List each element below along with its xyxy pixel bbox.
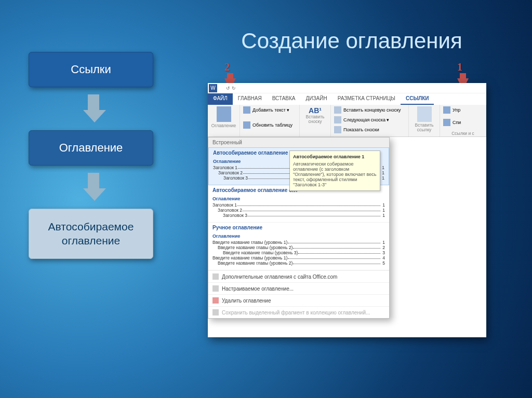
tab-design[interactable]: ДИЗАЙН [301,93,332,105]
ribbon-group-footnote-ops: Вставить концевую сноску Следующая сноск… [331,105,409,136]
flow-box-auto-toc: Автособираемое оглавление [29,209,153,259]
citation-icon [417,106,432,122]
gallery-remove-toc[interactable]: Удалить оглавление [208,294,389,306]
ribbon-group-citation: Вставить ссылку [409,105,440,136]
gallery-item-manual[interactable]: Ручное оглавление Оглавление Введите наз… [208,223,389,270]
style-button[interactable]: Спи [443,119,483,126]
slide-title: Создание оглавления [197,29,506,53]
endnote-icon [334,106,341,114]
next-note-icon [334,116,341,123]
arrow-down-icon [83,94,104,123]
tab-layout[interactable]: РАЗМЕТКА СТРАНИЦЫ [332,93,401,105]
gallery-more-office[interactable]: Дополнительные оглавления с сайта Office… [208,270,389,282]
insert-footnote-button[interactable]: AB¹ Вставить сноску [303,106,327,125]
ab-icon: AB¹ [303,106,327,115]
manage-sources-button[interactable]: Упр [443,106,483,114]
toc-icon [217,106,231,122]
insert-endnote-button[interactable]: Вставить концевую сноску [334,106,405,114]
update-icon [243,121,250,129]
flow-diagram: Ссылки Оглавление Автособираемое оглавле… [29,52,158,259]
remove-icon [212,297,219,304]
ribbon: Оглавление Добавить текст ▾ Обновить таб… [208,105,486,137]
gallery-save-selection: Сохранить выделенный фрагмент в коллекци… [208,306,389,318]
manage-icon [443,106,450,114]
word-screenshot: W ↺ ↻ ФАЙЛ ГЛАВНАЯ ВСТАВКА ДИЗАЙН РАЗМЕТ… [208,83,486,337]
ribbon-group-links: Упр Спи Ссылки и с [440,105,486,136]
toc-button[interactable]: Оглавление [211,106,236,128]
gallery-item-auto1[interactable]: Автособираемое оглавление 1 Оглавление З… [208,147,389,185]
tab-references[interactable]: ССЫЛКИ [401,93,434,105]
qat[interactable]: ↺ ↻ [226,86,236,91]
insert-link-button[interactable]: Вставить ссылку [412,106,436,133]
ribbon-tabs: ФАЙЛ ГЛАВНАЯ ВСТАВКА ДИЗАЙН РАЗМЕТКА СТР… [208,93,486,105]
save-icon [212,309,219,315]
flow-box-toc: Оглавление [29,130,153,166]
word-app-icon: W [209,84,217,92]
document-area [390,137,486,337]
add-text-button[interactable]: Добавить текст ▾ [243,106,296,114]
tab-home[interactable]: ГЛАВНАЯ [233,93,267,105]
office-icon [212,273,219,280]
toc-gallery: Встроенный Автособираемое оглавление 1 О… [208,137,390,319]
update-table-button[interactable]: Обновить таблицу [243,121,296,129]
next-footnote-button[interactable]: Следующая сноска ▾ [334,116,405,123]
tab-file[interactable]: ФАЙЛ [208,93,233,105]
tab-insert[interactable]: ВСТАВКА [267,93,301,105]
ribbon-group-footnote: AB¹ Вставить сноску [300,105,331,136]
add-text-icon [243,106,250,114]
gallery-header: Встроенный [208,138,389,147]
arrow-down-icon [83,173,104,201]
tooltip: Автособираемое оглавление 1 Автоматическ… [289,150,380,191]
show-notes-icon [334,126,341,133]
gallery-custom-toc[interactable]: Настраиваемое оглавление... [208,282,389,294]
show-notes-button[interactable]: Показать сноски [334,126,405,133]
custom-icon [212,285,219,292]
list-icon [443,119,450,126]
word-titlebar: W ↺ ↻ [208,83,486,93]
ribbon-group-toc-ops: Добавить текст ▾ Обновить таблицу [240,105,300,136]
ribbon-group-toc: Оглавление [208,105,240,136]
flow-box-links: Ссылки [29,52,153,87]
